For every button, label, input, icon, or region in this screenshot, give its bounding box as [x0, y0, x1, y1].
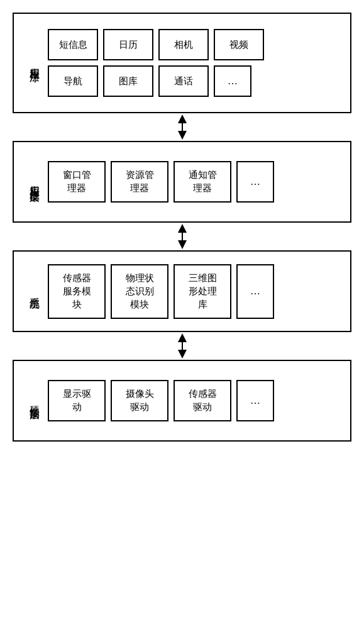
- box-resource-manager: 资源管理器: [111, 161, 168, 203]
- box-navigation: 导航: [48, 65, 98, 97]
- hardware-layer: 硬件抽象层 显示驱动 摄像头驱动 传感器驱动 …: [13, 360, 351, 442]
- box-video: 视频: [214, 29, 264, 60]
- system-layer-content: 传感器服务模块 物理状态识别模块 三维图形处理库 …: [41, 264, 343, 319]
- arrow-3: [173, 332, 192, 360]
- box-gallery: 图库: [103, 65, 153, 97]
- hardware-row-1: 显示驱动 摄像头驱动 传感器驱动 …: [48, 380, 343, 421]
- system-row-1: 传感器服务模块 物理状态识别模块 三维图形处理库 …: [48, 264, 343, 319]
- box-camera-driver: 摄像头驱动: [111, 380, 168, 421]
- system-layer: 系统层 传感器服务模块 物理状态识别模块 三维图形处理库 …: [13, 250, 351, 332]
- svg-marker-0: [178, 114, 187, 123]
- box-window-manager: 窗口管理器: [48, 161, 106, 203]
- architecture-diagram: 应用程序层 短信息 日历 相机 视频 导航 图库 通话 …: [13, 13, 351, 442]
- app-layer-label: 应用程序层: [21, 60, 41, 66]
- box-3d-graphics: 三维图形处理库: [174, 264, 231, 319]
- app-row-1: 短信息 日历 相机 视频: [48, 29, 343, 60]
- box-sms: 短信息: [48, 29, 98, 60]
- framework-row-1: 窗口管理器 资源管理器 通知管理器 …: [48, 161, 343, 203]
- box-sensor-service: 传感器服务模块: [48, 264, 106, 319]
- framework-layer-content: 窗口管理器 资源管理器 通知管理器 …: [41, 161, 343, 203]
- box-physical-recognition: 物理状态识别模块: [111, 264, 168, 319]
- box-display-driver: 显示驱动: [48, 380, 106, 421]
- svg-marker-3: [178, 224, 187, 233]
- app-row-2: 导航 图库 通话 …: [48, 65, 343, 97]
- hardware-layer-content: 显示驱动 摄像头驱动 传感器驱动 …: [41, 380, 343, 421]
- box-hardware-more: …: [236, 380, 274, 421]
- box-calendar: 日历: [103, 29, 153, 60]
- arrow-2: [173, 223, 192, 250]
- svg-marker-4: [178, 240, 187, 249]
- svg-marker-7: [178, 350, 187, 359]
- box-phone: 通话: [158, 65, 209, 97]
- framework-layer: 应用程序框架层 窗口管理器 资源管理器 通知管理器 …: [13, 141, 351, 223]
- box-camera: 相机: [158, 29, 209, 60]
- arrow-1: [173, 113, 192, 141]
- box-system-more: …: [236, 264, 274, 319]
- box-notification-manager: 通知管理器: [174, 161, 231, 203]
- app-layer: 应用程序层 短信息 日历 相机 视频 导航 图库 通话 …: [13, 13, 351, 113]
- hardware-layer-label: 硬件抽象层: [21, 398, 41, 404]
- box-framework-more: …: [236, 161, 274, 203]
- svg-marker-1: [178, 131, 187, 140]
- svg-marker-6: [178, 333, 187, 342]
- app-layer-content: 短信息 日历 相机 视频 导航 图库 通话 …: [41, 29, 343, 97]
- box-app-more: …: [214, 65, 251, 97]
- framework-layer-label: 应用程序框架层: [21, 177, 41, 186]
- box-sensor-driver: 传感器驱动: [174, 380, 231, 421]
- system-layer-label: 系统层: [21, 289, 41, 293]
